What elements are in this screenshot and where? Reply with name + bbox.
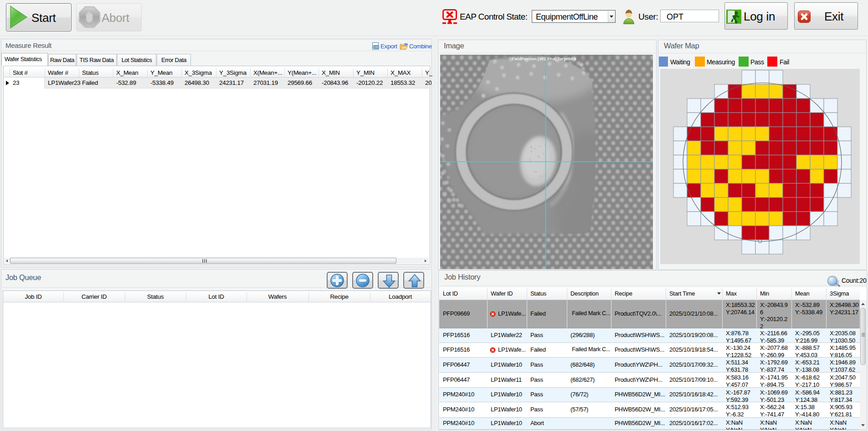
- svg-text:FieldPosition:(X=1 Y=-4) Targe: FieldPosition:(X=1 Y=-4) TargetId:9: [512, 57, 576, 61]
- svg-text:CSV: CSV: [373, 46, 379, 48]
